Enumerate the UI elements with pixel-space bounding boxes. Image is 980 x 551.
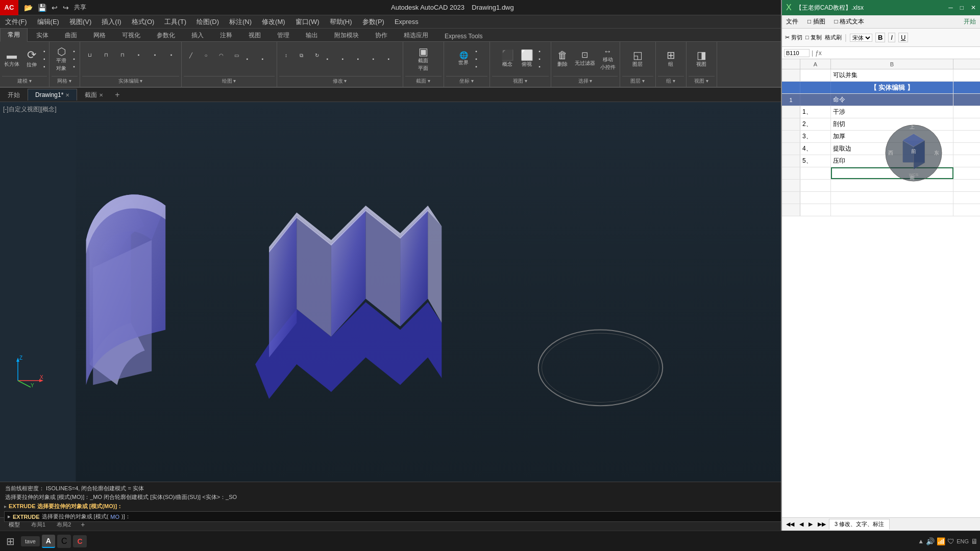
btn-section-plane[interactable]: ▣ 截面 平面	[414, 45, 432, 73]
cell-a-4[interactable]: 4、	[800, 143, 831, 155]
tab-annotate[interactable]: 注释	[212, 29, 240, 42]
tab-insert[interactable]: 插入	[184, 29, 211, 42]
btn-viewport[interactable]: ⬜ 俯视	[518, 49, 536, 69]
btn-model-sub1[interactable]: ▪	[42, 48, 47, 55]
tab-featured[interactable]: 精选应用	[396, 29, 436, 42]
btn-box[interactable]: ▬ 长方体	[2, 49, 21, 69]
share-btn[interactable]: 共享	[72, 2, 88, 13]
btn-group[interactable]: ⊞ 组	[662, 49, 680, 69]
btn-layer[interactable]: ◱ 图层	[628, 49, 647, 69]
tab-view[interactable]: 视图	[241, 29, 268, 42]
cell-a-3[interactable]: 3、	[800, 131, 831, 142]
tab-close-drawing1[interactable]: ✕	[65, 92, 69, 98]
sheet-nav-first[interactable]: ◀◀	[784, 521, 796, 528]
tab-collab[interactable]: 协作	[368, 29, 395, 42]
menu-file[interactable]: 文件(F)	[0, 15, 32, 29]
btn-coord-sub2[interactable]: ▪	[474, 56, 479, 62]
menu-window[interactable]: 窗口(W)	[290, 15, 325, 29]
btn-smooth[interactable]: ⬡ 平滑 对象	[52, 45, 70, 73]
btn-solid-sub3[interactable]: ▪	[164, 52, 179, 67]
btn-view-sub1[interactable]: ▪	[537, 48, 542, 55]
btn-circle[interactable]: ○	[199, 52, 213, 66]
tab-start[interactable]: 开始	[0, 88, 28, 102]
sheet-nav-next[interactable]: ▶	[806, 521, 815, 528]
tray-language-label[interactable]: ENG	[957, 538, 969, 544]
cell-a-5[interactable]: 5、	[800, 155, 831, 167]
tray-speaker-icon[interactable]: 🔊	[926, 537, 935, 545]
taskbar-app-tave[interactable]: tave	[21, 536, 40, 546]
btn-trim[interactable]: ▪	[356, 52, 370, 66]
btn-extrude[interactable]: ⟳ 拉伸	[22, 48, 41, 69]
tab-mesh[interactable]: 网格	[86, 29, 113, 42]
btn-coord-sub1[interactable]: ▪	[474, 48, 479, 55]
taskbar-app-app4[interactable]: C	[73, 535, 86, 547]
btn-union[interactable]: ⊔	[82, 52, 97, 67]
menu-express[interactable]: Express	[389, 16, 424, 28]
btn-copy[interactable]: ⧉	[295, 52, 309, 66]
btn-intersect[interactable]: ⊓	[115, 52, 130, 67]
tab-addon[interactable]: 附加模块	[327, 29, 366, 42]
tab-close-section[interactable]: ✕	[99, 92, 103, 98]
cell-a-6[interactable]	[800, 167, 831, 179]
btn-draw6[interactable]: ▪	[260, 52, 275, 66]
cell-a-cmd[interactable]	[800, 94, 831, 106]
tab-common[interactable]: 常用	[0, 28, 28, 42]
tray-monitor-icon[interactable]: 🖥	[971, 537, 978, 545]
btn-draw5[interactable]: ▪	[245, 52, 259, 66]
cell-b-section-header[interactable]: 【 实体编辑 】	[831, 88, 953, 93]
btn-viewcube[interactable]: ⬛ 概念	[498, 49, 517, 69]
tray-arrow-icon[interactable]: ▲	[918, 538, 924, 545]
tab-visualization[interactable]: 可视化	[114, 29, 148, 42]
menu-draw[interactable]: 绘图(D)	[191, 15, 224, 29]
btn-coord-sub3[interactable]: ▪	[474, 63, 479, 70]
btn-solid-sub1[interactable]: ▪	[131, 52, 146, 67]
btn-nofilter[interactable]: ⊡ 无过滤器	[573, 50, 597, 68]
open-icon[interactable]: 📂	[22, 3, 34, 13]
viewcube[interactable]: 上 南 西 东 前 WCS	[883, 117, 944, 179]
menu-edit[interactable]: 编辑(E)	[32, 15, 64, 29]
btn-model-sub3[interactable]: ▪	[42, 63, 47, 70]
undo-icon[interactable]: ↩	[50, 3, 59, 13]
menu-modify[interactable]: 修改(M)	[257, 15, 290, 29]
tab-surface[interactable]: 曲面	[57, 29, 85, 42]
cell-b-cmd[interactable]: 命令	[831, 94, 953, 106]
command-prompt-line[interactable]: EXTRUDE 选择要拉伸的对象或 [模式(MO)]：	[9, 503, 122, 510]
btn-extend[interactable]: ▪	[371, 52, 385, 66]
menu-insert[interactable]: 插入(I)	[96, 15, 126, 29]
menu-params[interactable]: 参数(P)	[357, 15, 389, 29]
taskbar-app-chrome[interactable]: C	[57, 535, 71, 548]
btn-rotate[interactable]: ↻	[310, 52, 324, 66]
btn-subtract[interactable]: ⊓	[99, 52, 114, 67]
sheet-nav-last[interactable]: ▶▶	[816, 521, 828, 528]
tab-drawing1[interactable]: Drawing1* ✕	[28, 89, 77, 101]
btn-scale[interactable]: ▪	[340, 52, 355, 66]
windows-start-btn[interactable]: ⊞	[2, 535, 19, 547]
tray-network-icon[interactable]: 📶	[937, 537, 945, 545]
btn-mirror[interactable]: ▪	[325, 52, 339, 66]
menu-annotate[interactable]: 标注(N)	[224, 15, 257, 29]
cell-b-1[interactable]: 干涉	[831, 106, 953, 118]
tab-express[interactable]: Express Tools	[437, 30, 490, 42]
cell-a-1[interactable]: 1、	[800, 106, 831, 118]
add-tab-btn[interactable]: +	[111, 88, 124, 102]
taskbar-app-autocad[interactable]: A	[42, 535, 55, 548]
tab-solid[interactable]: 实体	[29, 29, 56, 42]
btn-rect[interactable]: ▭	[230, 52, 244, 66]
btn-model-sub2[interactable]: ▪	[42, 56, 47, 62]
btn-line[interactable]: ╱	[184, 52, 198, 66]
sheet-tab-1[interactable]: 3 修改、文字、标注	[829, 519, 890, 530]
btn-world[interactable]: 🌐 世界	[454, 51, 473, 67]
tab-manage[interactable]: 管理	[270, 29, 297, 42]
menu-help[interactable]: 帮助(H)	[325, 15, 357, 29]
btn-mesh-sub3[interactable]: ▪	[71, 63, 77, 70]
sheet-nav-prev[interactable]: ◀	[797, 521, 805, 528]
cell-a-header[interactable]	[800, 88, 831, 93]
btn-mesh-sub1[interactable]: ▪	[71, 48, 77, 55]
btn-solid-sub2[interactable]: ▪	[148, 52, 163, 67]
btn-view-sub3[interactable]: ▪	[537, 63, 542, 70]
tray-security-icon[interactable]: 🛡	[947, 537, 954, 545]
redo-icon[interactable]: ↪	[61, 3, 70, 13]
tab-output[interactable]: 输出	[298, 29, 326, 42]
btn-view-sub2[interactable]: ▪	[537, 56, 542, 62]
btn-view2[interactable]: ◨ 视图	[692, 49, 710, 69]
